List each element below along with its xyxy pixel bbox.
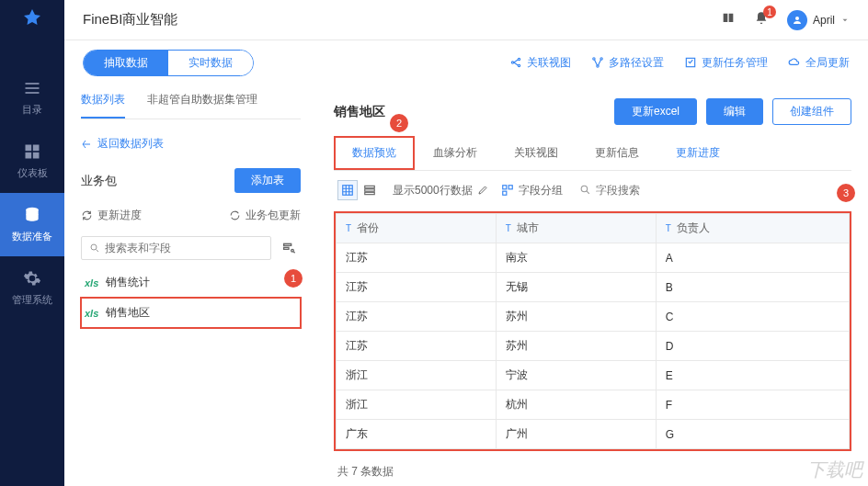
gear-icon	[23, 269, 41, 288]
svg-rect-22	[365, 189, 375, 191]
data-table: T省份 T城市 T负责人 江苏南京A 江苏无锡B 江苏苏州C 江苏苏州D 浙江宁…	[334, 211, 851, 451]
edit-button[interactable]: 编辑	[706, 98, 763, 125]
filter-icon	[281, 241, 296, 255]
bell-icon[interactable]: 1	[754, 11, 769, 28]
table-item-selected[interactable]: xls 销售地区	[81, 298, 301, 328]
search-icon	[579, 184, 591, 196]
search-input[interactable]	[105, 242, 263, 254]
column-header[interactable]: T负责人	[656, 214, 849, 243]
text-type-icon: T	[506, 223, 511, 233]
tab-preview[interactable]: 数据预览	[334, 136, 415, 170]
tab-update-info[interactable]: 更新信息	[577, 136, 657, 170]
filter-button[interactable]	[277, 236, 301, 260]
main-area: 销售地区 更新excel 编辑 创建组件 数据预览 血缘分析 关联视图 更新信息…	[317, 85, 868, 486]
nav-label: 目录	[22, 103, 42, 117]
notif-badge: 1	[763, 6, 776, 18]
svg-point-27	[581, 186, 588, 192]
link-relation-view[interactable]: 关联视图	[509, 55, 571, 71]
field-search-input[interactable]	[596, 184, 844, 197]
add-table-button[interactable]: 添加表	[234, 168, 301, 193]
refresh-icon	[81, 209, 93, 221]
svg-rect-0	[26, 83, 40, 85]
svg-rect-1	[26, 87, 40, 89]
side-tab-nonadmin[interactable]: 非超管自助数据集管理	[147, 85, 257, 119]
callout-3: 3	[837, 184, 855, 202]
grid-icon	[341, 184, 354, 197]
link-task-mgmt[interactable]: 更新任务管理	[684, 55, 768, 71]
toggle-extract[interactable]: 抽取数据	[84, 51, 168, 75]
svg-rect-24	[502, 186, 506, 189]
svg-rect-26	[502, 191, 506, 195]
tab-update-progress[interactable]: 更新进度	[657, 136, 738, 170]
nav-label: 数据准备	[12, 230, 52, 243]
svg-rect-6	[33, 153, 40, 159]
back-link[interactable]: 返回数据列表	[81, 129, 301, 159]
table-row[interactable]: 江苏南京A	[337, 243, 850, 273]
update-excel-button[interactable]: 更新excel	[614, 98, 697, 125]
pkg-refresh[interactable]: 业务包更新	[229, 208, 301, 223]
svg-point-9	[511, 62, 513, 63]
svg-point-14	[597, 65, 599, 67]
svg-rect-2	[26, 92, 40, 94]
svg-rect-18	[284, 247, 289, 249]
column-header[interactable]: T城市	[496, 214, 656, 243]
view-grid-button[interactable]	[337, 180, 358, 200]
subheader: 抽取数据 实时数据 关联视图 多路径设置 更新任务管理 全局更新	[64, 40, 868, 85]
svg-rect-21	[365, 186, 375, 187]
table-row[interactable]: 江苏苏州D	[337, 332, 850, 361]
table-name: 销售地区	[106, 305, 150, 321]
table-row[interactable]: 浙江杭州F	[337, 390, 850, 420]
nav-dashboard[interactable]: 仪表板	[0, 130, 64, 193]
svg-point-8	[795, 17, 799, 20]
rows-display[interactable]: 显示5000行数据	[393, 183, 488, 198]
svg-point-19	[291, 249, 294, 252]
mode-toggle: 抽取数据 实时数据	[83, 50, 254, 76]
create-widget-button[interactable]: 创建组件	[772, 98, 851, 125]
table-name: 销售统计	[106, 275, 150, 290]
refresh-progress[interactable]: 更新进度	[81, 208, 142, 223]
content-tabs: 数据预览 血缘分析 关联视图 更新信息 更新进度	[334, 136, 851, 171]
table-item[interactable]: xls 销售统计 1	[81, 267, 301, 298]
search-box[interactable]	[81, 236, 271, 260]
header: FineBI商业智能 1 April	[64, 0, 868, 40]
svg-point-16	[91, 244, 97, 250]
view-list-button[interactable]	[360, 180, 380, 200]
user-name: April	[813, 14, 835, 27]
callout-2: 2	[390, 114, 408, 132]
side-tab-list[interactable]: 数据列表	[81, 85, 125, 119]
field-search[interactable]	[576, 182, 848, 199]
field-group[interactable]: 字段分组	[501, 183, 563, 198]
svg-rect-17	[284, 243, 291, 245]
svg-rect-5	[26, 153, 32, 159]
table-row[interactable]: 浙江宁波E	[337, 361, 850, 390]
text-type-icon: T	[666, 223, 671, 233]
link-global-update[interactable]: 全局更新	[788, 55, 850, 71]
nav-catalog[interactable]: 目录	[0, 66, 64, 130]
column-header[interactable]: T省份	[337, 214, 497, 243]
toolbar: 显示5000行数据 字段分组	[334, 171, 851, 209]
svg-rect-25	[508, 186, 512, 189]
table-row[interactable]: 江苏苏州C	[337, 302, 850, 332]
tab-relation[interactable]: 关联视图	[496, 136, 577, 170]
multipath-icon	[591, 56, 604, 69]
chevron-down-icon	[840, 16, 850, 25]
search-icon	[89, 243, 100, 254]
nav-rail: 目录 仪表板 数据准备 管理系统	[0, 0, 64, 486]
list-view-icon	[363, 184, 376, 197]
logo-icon	[21, 7, 43, 29]
svg-rect-3	[26, 145, 32, 152]
link-multipath[interactable]: 多路径设置	[591, 55, 664, 71]
nav-label: 管理系统	[12, 293, 52, 307]
edit-icon	[477, 185, 488, 196]
group-icon	[501, 184, 514, 197]
xls-icon: xls	[85, 308, 98, 319]
book-icon[interactable]	[721, 11, 736, 28]
user-menu[interactable]: April	[787, 10, 850, 30]
table-row[interactable]: 江苏无锡B	[337, 273, 850, 302]
table-row[interactable]: 广东广州G	[337, 420, 850, 449]
svg-rect-4	[33, 145, 40, 152]
nav-data-prep[interactable]: 数据准备	[0, 193, 64, 256]
toggle-realtime[interactable]: 实时数据	[168, 51, 253, 75]
nav-admin[interactable]: 管理系统	[0, 256, 64, 320]
tab-lineage[interactable]: 血缘分析	[415, 136, 496, 170]
